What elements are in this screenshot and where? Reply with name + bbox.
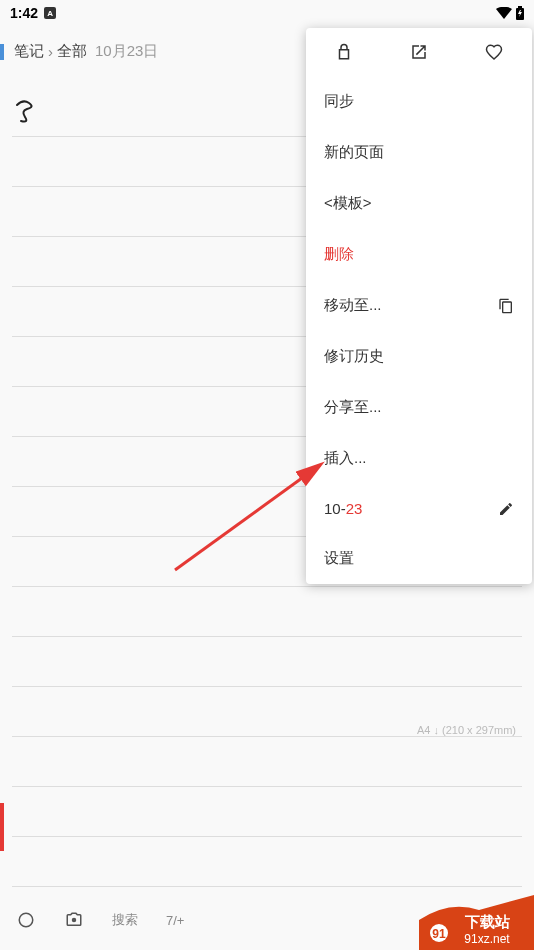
page-counter[interactable]: 7/+ xyxy=(166,913,184,928)
paper-size-label: A4 ↓ (210 x 297mm) xyxy=(417,724,516,736)
note-line xyxy=(12,737,522,787)
status-time: 1:42 xyxy=(10,5,38,21)
svg-text:91: 91 xyxy=(432,927,446,941)
context-menu: 同步 新的页面 <模板> 删除 移动至... 修订历史 分享至... 插入...… xyxy=(306,28,532,584)
menu-new-page[interactable]: 新的页面 xyxy=(306,127,532,178)
svg-text:下载站: 下载站 xyxy=(464,913,510,930)
breadcrumb-date: 10月23日 xyxy=(95,42,158,61)
lock-icon[interactable] xyxy=(334,42,354,62)
svg-text:91xz.net: 91xz.net xyxy=(464,932,510,946)
copy-icon xyxy=(498,298,514,314)
note-line xyxy=(12,587,522,637)
breadcrumb-root[interactable]: 笔记 xyxy=(14,42,44,61)
search-label[interactable]: 搜索 xyxy=(112,911,138,929)
menu-share[interactable]: 分享至... xyxy=(306,382,532,433)
heart-icon[interactable] xyxy=(484,42,504,62)
menu-move-to[interactable]: 移动至... xyxy=(306,280,532,331)
red-side-marker xyxy=(0,803,4,851)
circle-tool-icon[interactable] xyxy=(16,910,36,930)
status-bar: 1:42 A xyxy=(0,0,534,26)
menu-insert[interactable]: 插入... xyxy=(306,433,532,484)
menu-settings[interactable]: 设置 xyxy=(306,533,532,584)
menu-date-label: 10-23 xyxy=(324,500,362,517)
breadcrumb-marker xyxy=(0,44,4,60)
camera-icon[interactable] xyxy=(64,910,84,930)
badge-a-icon: A xyxy=(44,7,56,19)
edit-icon xyxy=(498,501,514,517)
note-line xyxy=(12,787,522,837)
menu-header xyxy=(306,28,532,76)
menu-template[interactable]: <模板> xyxy=(306,178,532,229)
menu-delete[interactable]: 删除 xyxy=(306,229,532,280)
svg-rect-1 xyxy=(518,6,522,8)
battery-icon xyxy=(516,6,524,20)
menu-revision-history[interactable]: 修订历史 xyxy=(306,331,532,382)
svg-point-4 xyxy=(19,913,33,927)
menu-date[interactable]: 10-23 xyxy=(306,484,532,533)
note-line xyxy=(12,837,522,887)
note-line xyxy=(12,637,522,687)
breadcrumb-separator: › xyxy=(48,43,53,60)
handwriting-content xyxy=(15,97,45,127)
menu-sync[interactable]: 同步 xyxy=(306,76,532,127)
watermark: 91 下载站 91xz.net xyxy=(419,895,534,950)
wifi-icon xyxy=(496,7,512,19)
breadcrumb-category[interactable]: 全部 xyxy=(57,42,87,61)
open-external-icon[interactable] xyxy=(409,42,429,62)
